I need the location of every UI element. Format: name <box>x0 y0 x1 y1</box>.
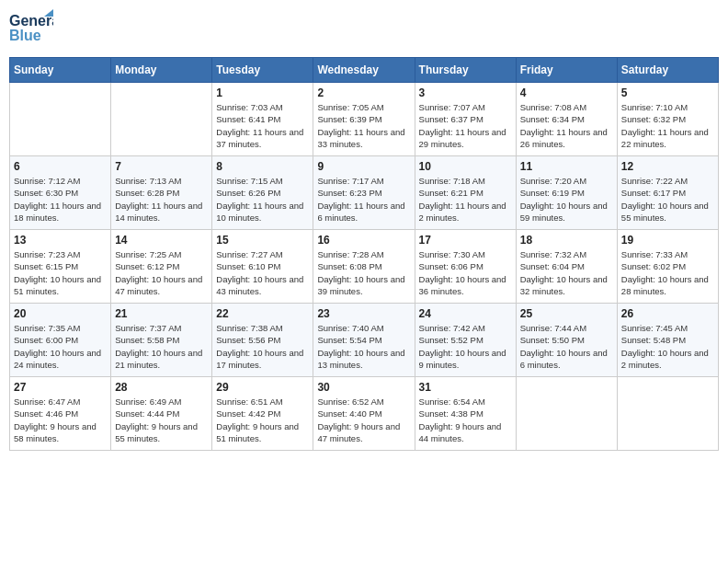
cell-content: Sunrise: 7:44 AM Sunset: 5:50 PM Dayligh… <box>520 322 613 371</box>
calendar-cell: 12Sunrise: 7:22 AM Sunset: 6:17 PM Dayli… <box>617 156 718 230</box>
day-number: 28 <box>115 381 208 394</box>
day-number: 5 <box>621 86 714 99</box>
cell-content: Sunrise: 7:10 AM Sunset: 6:32 PM Dayligh… <box>621 101 714 150</box>
day-number: 15 <box>216 234 309 247</box>
day-number: 12 <box>621 160 714 173</box>
calendar-cell: 15Sunrise: 7:27 AM Sunset: 6:10 PM Dayli… <box>212 230 313 304</box>
calendar-cell: 13Sunrise: 7:23 AM Sunset: 6:15 PM Dayli… <box>10 230 111 304</box>
cell-content: Sunrise: 6:49 AM Sunset: 4:44 PM Dayligh… <box>115 396 208 444</box>
day-header: Thursday <box>415 58 516 83</box>
cell-content: Sunrise: 7:15 AM Sunset: 6:26 PM Dayligh… <box>216 175 309 224</box>
calendar-cell: 10Sunrise: 7:18 AM Sunset: 6:21 PM Dayli… <box>415 156 516 230</box>
cell-content: Sunrise: 7:42 AM Sunset: 5:52 PM Dayligh… <box>419 322 512 371</box>
day-number: 31 <box>419 381 512 394</box>
cell-content: Sunrise: 7:45 AM Sunset: 5:48 PM Dayligh… <box>621 322 714 371</box>
calendar-cell: 4Sunrise: 7:08 AM Sunset: 6:34 PM Daylig… <box>516 83 617 156</box>
day-number: 30 <box>317 381 410 394</box>
day-header: Saturday <box>617 58 718 83</box>
day-number: 7 <box>115 160 208 173</box>
calendar-cell: 3Sunrise: 7:07 AM Sunset: 6:37 PM Daylig… <box>415 83 516 156</box>
calendar-cell <box>10 83 111 156</box>
calendar-cell: 25Sunrise: 7:44 AM Sunset: 5:50 PM Dayli… <box>516 304 617 377</box>
cell-content: Sunrise: 7:22 AM Sunset: 6:17 PM Dayligh… <box>621 175 714 224</box>
day-number: 24 <box>419 307 512 320</box>
cell-content: Sunrise: 7:03 AM Sunset: 6:41 PM Dayligh… <box>216 101 309 150</box>
calendar-cell: 11Sunrise: 7:20 AM Sunset: 6:19 PM Dayli… <box>516 156 617 230</box>
calendar-cell: 22Sunrise: 7:38 AM Sunset: 5:56 PM Dayli… <box>212 304 313 377</box>
calendar-cell: 28Sunrise: 6:49 AM Sunset: 4:44 PM Dayli… <box>111 377 212 451</box>
calendar-cell: 26Sunrise: 7:45 AM Sunset: 5:48 PM Dayli… <box>617 304 718 377</box>
day-header: Wednesday <box>313 58 415 83</box>
cell-content: Sunrise: 6:52 AM Sunset: 4:40 PM Dayligh… <box>317 396 410 444</box>
calendar-cell: 18Sunrise: 7:32 AM Sunset: 6:04 PM Dayli… <box>516 230 617 304</box>
day-number: 13 <box>14 234 107 247</box>
calendar-cell: 21Sunrise: 7:37 AM Sunset: 5:58 PM Dayli… <box>111 304 212 377</box>
cell-content: Sunrise: 7:07 AM Sunset: 6:37 PM Dayligh… <box>419 101 512 150</box>
cell-content: Sunrise: 7:30 AM Sunset: 6:06 PM Dayligh… <box>419 248 512 297</box>
day-header: Tuesday <box>212 58 313 83</box>
day-number: 2 <box>317 86 410 99</box>
calendar-cell <box>617 377 718 451</box>
cell-content: Sunrise: 7:28 AM Sunset: 6:08 PM Dayligh… <box>317 248 410 297</box>
cell-content: Sunrise: 7:33 AM Sunset: 6:02 PM Dayligh… <box>621 248 714 297</box>
day-header: Friday <box>516 58 617 83</box>
day-header: Sunday <box>10 58 111 83</box>
calendar-cell: 20Sunrise: 7:35 AM Sunset: 6:00 PM Dayli… <box>10 304 111 377</box>
calendar-cell: 17Sunrise: 7:30 AM Sunset: 6:06 PM Dayli… <box>415 230 516 304</box>
cell-content: Sunrise: 6:54 AM Sunset: 4:38 PM Dayligh… <box>419 396 512 444</box>
day-number: 18 <box>520 234 613 247</box>
day-number: 8 <box>216 160 309 173</box>
calendar-cell: 16Sunrise: 7:28 AM Sunset: 6:08 PM Dayli… <box>313 230 415 304</box>
cell-content: Sunrise: 7:27 AM Sunset: 6:10 PM Dayligh… <box>216 248 309 297</box>
cell-content: Sunrise: 7:17 AM Sunset: 6:23 PM Dayligh… <box>317 175 410 224</box>
cell-content: Sunrise: 7:08 AM Sunset: 6:34 PM Dayligh… <box>520 101 613 150</box>
calendar-table: SundayMondayTuesdayWednesdayThursdayFrid… <box>9 57 719 451</box>
calendar-cell: 5Sunrise: 7:10 AM Sunset: 6:32 PM Daylig… <box>617 83 718 156</box>
cell-content: Sunrise: 7:20 AM Sunset: 6:19 PM Dayligh… <box>520 175 613 224</box>
calendar-cell: 31Sunrise: 6:54 AM Sunset: 4:38 PM Dayli… <box>415 377 516 451</box>
calendar-cell <box>516 377 617 451</box>
day-number: 20 <box>14 307 107 320</box>
calendar-cell: 9Sunrise: 7:17 AM Sunset: 6:23 PM Daylig… <box>313 156 415 230</box>
day-number: 14 <box>115 234 208 247</box>
day-number: 1 <box>216 86 309 99</box>
day-number: 11 <box>520 160 613 173</box>
cell-content: Sunrise: 7:23 AM Sunset: 6:15 PM Dayligh… <box>14 248 107 297</box>
svg-text:Blue: Blue <box>9 28 41 43</box>
calendar-cell <box>111 83 212 156</box>
cell-content: Sunrise: 7:38 AM Sunset: 5:56 PM Dayligh… <box>216 322 309 371</box>
calendar-cell: 6Sunrise: 7:12 AM Sunset: 6:30 PM Daylig… <box>10 156 111 230</box>
calendar-cell: 8Sunrise: 7:15 AM Sunset: 6:26 PM Daylig… <box>212 156 313 230</box>
cell-content: Sunrise: 7:05 AM Sunset: 6:39 PM Dayligh… <box>317 101 410 150</box>
day-number: 4 <box>520 86 613 99</box>
calendar-cell: 27Sunrise: 6:47 AM Sunset: 4:46 PM Dayli… <box>10 377 111 451</box>
cell-content: Sunrise: 7:25 AM Sunset: 6:12 PM Dayligh… <box>115 248 208 297</box>
day-number: 23 <box>317 307 410 320</box>
day-number: 22 <box>216 307 309 320</box>
calendar-cell: 23Sunrise: 7:40 AM Sunset: 5:54 PM Dayli… <box>313 304 415 377</box>
cell-content: Sunrise: 7:12 AM Sunset: 6:30 PM Dayligh… <box>14 175 107 224</box>
day-number: 19 <box>621 234 714 247</box>
calendar-cell: 2Sunrise: 7:05 AM Sunset: 6:39 PM Daylig… <box>313 83 415 156</box>
cell-content: Sunrise: 7:37 AM Sunset: 5:58 PM Dayligh… <box>115 322 208 371</box>
day-number: 6 <box>14 160 107 173</box>
calendar-cell: 1Sunrise: 7:03 AM Sunset: 6:41 PM Daylig… <box>212 83 313 156</box>
calendar-cell: 14Sunrise: 7:25 AM Sunset: 6:12 PM Dayli… <box>111 230 212 304</box>
cell-content: Sunrise: 6:47 AM Sunset: 4:46 PM Dayligh… <box>14 396 107 444</box>
cell-content: Sunrise: 7:18 AM Sunset: 6:21 PM Dayligh… <box>419 175 512 224</box>
day-number: 27 <box>14 381 107 394</box>
calendar-cell: 29Sunrise: 6:51 AM Sunset: 4:42 PM Dayli… <box>212 377 313 451</box>
day-number: 21 <box>115 307 208 320</box>
day-number: 17 <box>419 234 512 247</box>
day-number: 29 <box>216 381 309 394</box>
calendar-cell: 24Sunrise: 7:42 AM Sunset: 5:52 PM Dayli… <box>415 304 516 377</box>
day-number: 10 <box>419 160 512 173</box>
page-header: General Blue <box>9 9 719 50</box>
day-number: 9 <box>317 160 410 173</box>
calendar-cell: 7Sunrise: 7:13 AM Sunset: 6:28 PM Daylig… <box>111 156 212 230</box>
cell-content: Sunrise: 7:13 AM Sunset: 6:28 PM Dayligh… <box>115 175 208 224</box>
logo: General Blue <box>9 9 57 50</box>
day-header: Monday <box>111 58 212 83</box>
day-number: 25 <box>520 307 613 320</box>
cell-content: Sunrise: 6:51 AM Sunset: 4:42 PM Dayligh… <box>216 396 309 444</box>
